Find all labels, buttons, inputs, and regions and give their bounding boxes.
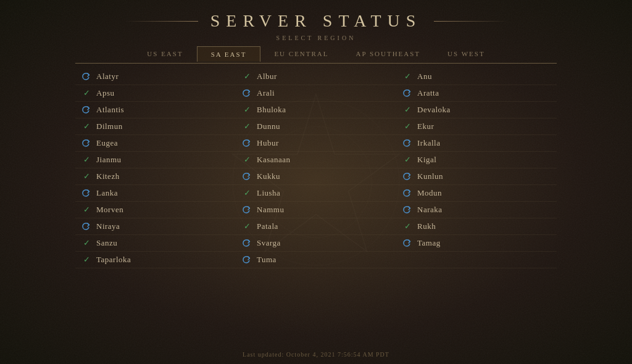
- server-name: Atlantis: [96, 105, 124, 115]
- status-ok-icon: ✓: [402, 155, 412, 165]
- server-name: Modun: [417, 188, 442, 198]
- server-item: ✓Liusha: [236, 185, 396, 202]
- server-item: ✓Apsu: [75, 85, 236, 102]
- status-busy-icon: [402, 238, 412, 248]
- tab-eu-central[interactable]: EU CENTRAL: [260, 46, 342, 62]
- server-item: Aratta: [396, 85, 557, 102]
- server-name: Patala: [257, 221, 278, 231]
- server-name: Liusha: [257, 188, 280, 198]
- status-busy-icon: [242, 88, 252, 98]
- status-busy-icon: [402, 172, 412, 181]
- tab-ap-southeast[interactable]: AP SOUTHEAST: [343, 46, 434, 62]
- server-name: Kukku: [257, 172, 280, 181]
- server-item: ✓Dunnu: [236, 118, 396, 135]
- status-busy-icon: [81, 105, 91, 115]
- server-item: Hubur: [236, 135, 396, 152]
- status-ok-icon: ✓: [402, 221, 412, 231]
- server-name: Nammu: [257, 205, 284, 215]
- server-name: Taparloka: [96, 255, 131, 265]
- server-name: Niraya: [96, 221, 120, 231]
- server-item: Kukku: [236, 168, 396, 185]
- server-item: ✓Jianmu: [75, 152, 236, 168]
- server-item: Tuma: [236, 252, 396, 268]
- status-busy-icon: [242, 138, 252, 148]
- server-name: Sanzu: [96, 238, 117, 248]
- server-item: Modun: [396, 185, 557, 202]
- status-busy-icon: [242, 255, 252, 265]
- title-line-left: [124, 21, 198, 22]
- status-ok-icon: ✓: [81, 238, 91, 248]
- tab-us-east[interactable]: US EAST: [133, 46, 196, 62]
- server-item: Irkalla: [396, 135, 557, 152]
- status-ok-icon: ✓: [242, 221, 252, 231]
- status-ok-icon: ✓: [242, 155, 252, 165]
- server-item: Lanka: [75, 185, 236, 202]
- server-item: Naraka: [396, 202, 557, 218]
- status-busy-icon: [402, 188, 412, 198]
- server-grid: Alatyr✓Albur✓Anu✓Apsu Arali Aratta Atlan…: [75, 68, 557, 268]
- server-item: ✓Kigal: [396, 152, 557, 168]
- server-item: ✓Taparloka: [75, 252, 236, 268]
- status-ok-icon: ✓: [81, 155, 91, 165]
- server-name: Eugea: [96, 138, 118, 148]
- status-busy-icon: [81, 72, 91, 81]
- server-item: Eugea: [75, 135, 236, 152]
- status-busy-icon: [242, 205, 252, 215]
- server-item: ✓Kasanaan: [236, 152, 396, 168]
- status-ok-icon: ✓: [242, 122, 252, 131]
- server-name: Tamag: [417, 238, 441, 248]
- server-item: Kunlun: [396, 168, 557, 185]
- region-tabs: US EAST SA EAST EU CENTRAL AP SOUTHEAST …: [133, 46, 498, 62]
- server-name: Dilmun: [96, 122, 123, 131]
- server-name: Kitezh: [96, 172, 120, 181]
- status-ok-icon: ✓: [81, 88, 91, 98]
- status-busy-icon: [81, 188, 91, 198]
- status-ok-icon: ✓: [402, 122, 412, 131]
- status-ok-icon: ✓: [242, 72, 252, 81]
- server-item: Tamag: [396, 235, 557, 252]
- server-item: ✓Anu: [396, 68, 557, 85]
- server-item: Svarga: [236, 235, 396, 252]
- server-name: Rukh: [417, 221, 436, 231]
- server-item: Arali: [236, 85, 396, 102]
- server-item: ✓Dilmun: [75, 118, 236, 135]
- page-title: SERVER STATUS: [210, 11, 422, 31]
- content-area: Alatyr✓Albur✓Anu✓Apsu Arali Aratta Atlan…: [75, 63, 557, 346]
- tab-sa-east[interactable]: SA EAST: [197, 46, 261, 62]
- server-item: ✓Patala: [236, 218, 396, 235]
- status-ok-icon: ✓: [81, 255, 91, 265]
- server-name: Kunlun: [417, 172, 443, 181]
- tab-us-west[interactable]: US WEST: [434, 46, 499, 62]
- status-ok-icon: ✓: [81, 205, 91, 215]
- server-name: Dunnu: [257, 122, 280, 131]
- server-item: Niraya: [75, 218, 236, 235]
- status-busy-icon: [402, 205, 412, 215]
- main-container: SERVER STATUS SELECT REGION US EAST SA E…: [0, 0, 632, 364]
- server-name: Devaloka: [417, 105, 451, 115]
- server-name: Apsu: [96, 88, 114, 98]
- server-item: ✓Devaloka: [396, 102, 557, 118]
- server-name: Aratta: [417, 88, 439, 98]
- status-busy-icon: [402, 138, 412, 148]
- server-name: Lanka: [96, 188, 118, 198]
- server-item: ✓Albur: [236, 68, 396, 85]
- server-name: Kigal: [417, 155, 436, 165]
- server-item: Alatyr: [75, 68, 236, 85]
- server-name: Bhuloka: [257, 105, 286, 115]
- server-name: Morven: [96, 205, 123, 215]
- status-busy-icon: [402, 88, 412, 98]
- server-name: Tuma: [257, 255, 276, 265]
- server-name: Kasanaan: [257, 155, 291, 165]
- status-ok-icon: ✓: [81, 172, 91, 181]
- server-item: ✓Kitezh: [75, 168, 236, 185]
- server-name: Arali: [257, 88, 275, 98]
- server-name: Irkalla: [417, 138, 440, 148]
- server-name: Albur: [257, 72, 277, 81]
- server-item: ✓Rukh: [396, 218, 557, 235]
- server-item: Atlantis: [75, 102, 236, 118]
- server-name: Ekur: [417, 122, 434, 131]
- server-name: Svarga: [257, 238, 281, 248]
- server-name: Jianmu: [96, 155, 122, 165]
- status-ok-icon: ✓: [81, 122, 91, 131]
- status-busy-icon: [242, 238, 252, 248]
